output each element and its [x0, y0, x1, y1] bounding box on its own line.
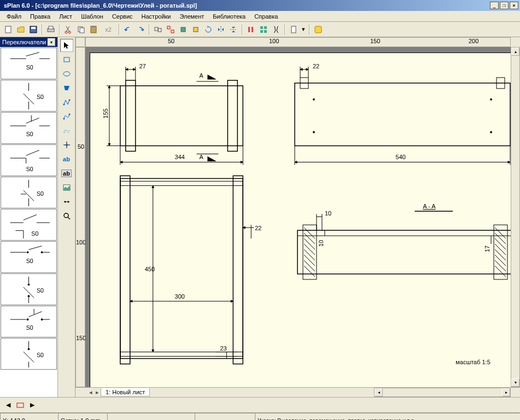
- ruler-horizontal[interactable]: 50 100 150 200: [85, 37, 511, 47]
- library-item[interactable]: S0: [1, 209, 57, 241]
- image-tool[interactable]: [60, 181, 73, 194]
- svg-rect-92: [126, 80, 136, 151]
- svg-line-49: [24, 215, 37, 220]
- copy-button[interactable]: [75, 24, 87, 36]
- scroll-right-button[interactable]: ▸: [502, 388, 510, 396]
- components-button[interactable]: [258, 24, 270, 36]
- group-button[interactable]: [152, 24, 164, 36]
- print-button[interactable]: [45, 24, 57, 36]
- svg-rect-15: [181, 27, 185, 32]
- svg-point-113: [313, 98, 314, 100]
- svg-point-116: [490, 131, 492, 133]
- svg-text:A: A: [199, 72, 203, 79]
- menu-element[interactable]: Элемент: [175, 12, 208, 21]
- svg-point-115: [490, 98, 492, 100]
- scroll-down-button[interactable]: ▾: [511, 378, 519, 387]
- paste-button[interactable]: [87, 24, 100, 36]
- menu-edit[interactable]: Правка: [26, 12, 55, 21]
- ruler-vertical[interactable]: 50 100 150: [75, 47, 85, 387]
- snap-button[interactable]: [133, 418, 145, 421]
- elements-icon[interactable]: [14, 399, 26, 411]
- svg-text:S0: S0: [37, 287, 44, 294]
- svg-text:S0: S0: [37, 190, 44, 197]
- text-tool[interactable]: ab: [60, 153, 73, 166]
- scrollbar-vertical[interactable]: ▴ ▾: [511, 47, 520, 387]
- scroll-left-button[interactable]: ◂: [375, 388, 383, 396]
- toback-button[interactable]: [190, 24, 202, 36]
- open-button[interactable]: [15, 24, 27, 36]
- page-button[interactable]: [288, 24, 300, 36]
- arrow-left-icon[interactable]: ◀: [2, 399, 14, 411]
- svg-text:S0: S0: [26, 131, 33, 137]
- pen-icon[interactable]: [201, 418, 213, 421]
- mirror-v-button[interactable]: [227, 24, 239, 36]
- tofront-button[interactable]: [177, 24, 189, 36]
- library-dropdown[interactable]: ▾: [48, 38, 55, 46]
- library-item[interactable]: S0: [1, 112, 57, 144]
- svg-text:S0: S0: [26, 64, 33, 71]
- svg-rect-128: [120, 176, 130, 364]
- svg-text:22: 22: [255, 225, 261, 231]
- library-item[interactable]: S0: [1, 80, 57, 112]
- circle-tool[interactable]: [60, 67, 73, 80]
- ungroup-button[interactable]: [165, 24, 177, 36]
- cut-button[interactable]: [62, 24, 74, 36]
- svg-text:S0: S0: [26, 258, 33, 264]
- library-item[interactable]: S0: [1, 306, 57, 337]
- arrow-right-icon[interactable]: ▶: [26, 399, 38, 411]
- duplicate-button[interactable]: x2: [100, 24, 116, 36]
- close-button[interactable]: ×: [510, 2, 518, 9]
- library-item[interactable]: S0: [1, 48, 57, 79]
- bezier-tool[interactable]: [60, 110, 73, 123]
- dimension-tool[interactable]: [60, 195, 73, 208]
- align-button[interactable]: [245, 24, 257, 36]
- rect-tool[interactable]: [60, 53, 73, 66]
- menu-settings[interactable]: Настройки: [137, 12, 176, 21]
- menu-template[interactable]: Шаблон: [77, 12, 108, 21]
- scroll-up-button[interactable]: ▴: [511, 48, 519, 56]
- textbox-tool[interactable]: ab: [60, 167, 73, 180]
- maximize-button[interactable]: ❐: [500, 2, 509, 9]
- redo-button[interactable]: [135, 24, 147, 36]
- mirror-h-button[interactable]: [215, 24, 227, 36]
- menu-service[interactable]: Сервис: [108, 12, 137, 21]
- help-icon[interactable]: [312, 24, 324, 36]
- node-tool[interactable]: [60, 138, 73, 151]
- svg-rect-93: [227, 80, 237, 151]
- rotate-button[interactable]: [202, 24, 214, 36]
- search-button[interactable]: [270, 24, 282, 36]
- sheet-tab[interactable]: 1: Новый лист: [101, 388, 150, 396]
- undo-button[interactable]: [122, 24, 134, 36]
- grid-button[interactable]: [119, 418, 131, 421]
- tab-prev[interactable]: ◂: [87, 389, 94, 396]
- svg-text:S0: S0: [31, 230, 38, 237]
- minimize-button[interactable]: _: [490, 2, 499, 9]
- svg-rect-18: [252, 27, 253, 32]
- tab-next[interactable]: ▸: [94, 389, 101, 396]
- line-tool[interactable]: [60, 96, 73, 109]
- library-item[interactable]: S0: [1, 273, 57, 305]
- dropdown-icon[interactable]: ▾: [300, 24, 307, 36]
- menu-library[interactable]: Библиотека: [208, 12, 250, 21]
- svg-rect-127: [120, 352, 243, 357]
- library-item[interactable]: S0: [1, 338, 57, 370]
- library-item[interactable]: S0: [1, 144, 57, 176]
- library-item[interactable]: S0: [1, 241, 57, 273]
- drawing-canvas[interactable]: 27 155 344 A: [85, 47, 511, 387]
- svg-rect-19: [260, 26, 263, 29]
- svg-point-82: [63, 118, 65, 120]
- save-button[interactable]: [27, 24, 39, 36]
- freehand-tool[interactable]: [60, 124, 73, 137]
- menu-sheet[interactable]: Лист: [55, 12, 77, 21]
- pointer-tool[interactable]: [60, 39, 73, 52]
- poly-tool[interactable]: [60, 81, 73, 95]
- zoom-tool[interactable]: [60, 209, 73, 223]
- menu-file[interactable]: Файл: [2, 12, 26, 21]
- svg-text:17: 17: [484, 246, 490, 252]
- menu-help[interactable]: Справка: [250, 12, 282, 21]
- magnet-icon[interactable]: [147, 418, 159, 421]
- scrollbar-horizontal[interactable]: ◂ ▸: [374, 388, 511, 397]
- library-item[interactable]: S0: [1, 177, 57, 208]
- svg-rect-14: [171, 30, 174, 33]
- new-button[interactable]: [2, 24, 14, 36]
